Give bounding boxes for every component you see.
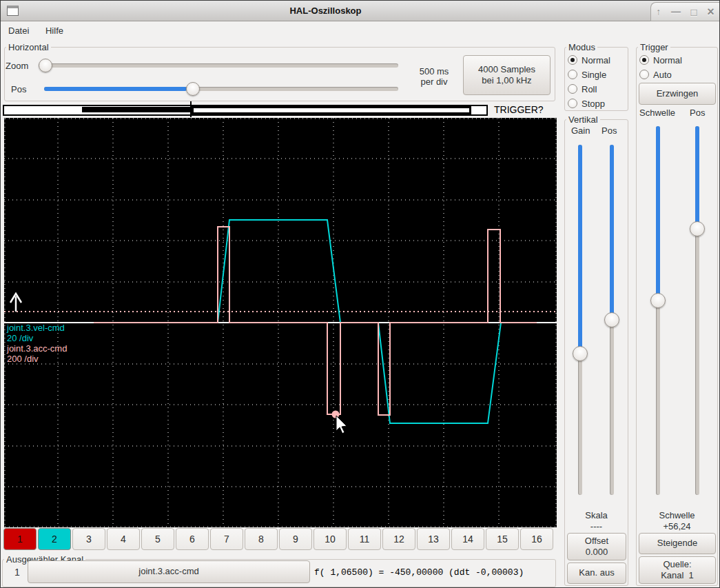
- modus-option-single[interactable]: Single: [568, 68, 628, 81]
- channel-button-5[interactable]: 5: [141, 528, 174, 550]
- radio-icon: [639, 70, 649, 79]
- zoom-slider[interactable]: [39, 59, 398, 72]
- channel-button-10[interactable]: 10: [313, 528, 347, 550]
- skala-label: Skala: [566, 510, 627, 520]
- offset-button[interactable]: Offset 0.000: [567, 533, 626, 560]
- schwelle-label: Schwelle: [639, 108, 675, 118]
- trace-acc-cmd: [94, 227, 537, 415]
- channel-button-8[interactable]: 8: [245, 528, 278, 550]
- radio-icon: [639, 55, 649, 65]
- cursor-readout: f( 1,06500) = -450,00000 (ddt -0,00003): [314, 567, 524, 578]
- title-bar[interactable]: HAL-Oszilloskop ↑ — □ ×: [1, 1, 719, 21]
- gain-label: Gain: [571, 125, 590, 136]
- trigger-source-button[interactable]: Quelle: Kanal 1: [639, 556, 716, 584]
- hpos-slider-fill: [44, 87, 187, 91]
- trigger-pos-slider-handle[interactable]: [690, 221, 705, 236]
- pos-label: Pos: [11, 84, 26, 94]
- hpos-slider[interactable]: [44, 82, 398, 96]
- close-icon[interactable]: ×: [707, 6, 714, 18]
- radio-icon: [568, 70, 577, 79]
- trigger-panel: Trigger NormalAuto: [636, 42, 718, 586]
- gain-slider[interactable]: [573, 145, 587, 495]
- channel-readout-line: 20 /div: [7, 333, 67, 343]
- channel-button-9[interactable]: 9: [279, 528, 312, 550]
- modus-option-normal[interactable]: Normal: [568, 53, 628, 67]
- tpos-label: Pos: [690, 108, 705, 118]
- trigger-legend: Trigger: [638, 42, 670, 52]
- modus-option-roll[interactable]: Roll: [568, 82, 628, 96]
- record-bar-filled: [82, 107, 192, 112]
- modus-legend: Modus: [566, 42, 597, 52]
- maximize-icon[interactable]: □: [690, 7, 697, 17]
- channel-row: 12345678910111213141516: [3, 528, 556, 550]
- gain-slider-handle[interactable]: [573, 346, 588, 361]
- trace-vel-cmd: [94, 220, 537, 423]
- menu-hilfe[interactable]: Hilfe: [39, 22, 70, 39]
- skala-value: ----: [566, 521, 627, 531]
- horizontal-legend: Horizontal: [6, 42, 51, 52]
- scope-display[interactable]: joint.3.vel-cmd20 /divjoint.3.acc-cmd200…: [4, 118, 557, 527]
- rate-per-div: 500 ms per div: [411, 66, 457, 87]
- trigger-status-label: TRIGGER?: [494, 104, 553, 115]
- scope-channel-readout: joint.3.vel-cmd20 /divjoint.3.acc-cmd200…: [7, 323, 67, 364]
- channel-readout-line: 200 /div: [7, 354, 67, 364]
- trigger-pos-slider[interactable]: [690, 126, 704, 495]
- channel-button-14[interactable]: 14: [451, 528, 484, 550]
- modus-option-stopp[interactable]: Stopp: [568, 97, 628, 110]
- selected-channel-number: 1: [14, 567, 20, 578]
- pin-name-button[interactable]: joint.3.acc-cmd: [28, 560, 310, 583]
- channel-button-16[interactable]: 16: [520, 528, 553, 550]
- trigger-option-normal[interactable]: Normal: [639, 53, 717, 67]
- vpos-label: Pos: [601, 125, 617, 136]
- menu-bar: Datei Hilfe: [1, 22, 719, 40]
- shade-icon[interactable]: ↑: [656, 7, 661, 17]
- menu-datei[interactable]: Datei: [2, 22, 35, 39]
- channel-button-11[interactable]: 11: [348, 528, 381, 550]
- channel-off-button[interactable]: Kan. aus: [567, 562, 626, 584]
- channel-button-2[interactable]: 2: [38, 528, 71, 550]
- position-arrow-icon: [10, 294, 21, 312]
- channel-button-4[interactable]: 4: [107, 528, 140, 550]
- channel-button-12[interactable]: 12: [382, 528, 415, 550]
- trigger-edge-button[interactable]: Steigende: [639, 533, 716, 554]
- zoom-label: Zoom: [6, 61, 28, 71]
- channel-button-13[interactable]: 13: [417, 528, 450, 550]
- channel-readout-line: joint.3.vel-cmd: [7, 323, 67, 333]
- record-position-marker: [190, 101, 192, 117]
- channel-button-3[interactable]: 3: [72, 528, 105, 550]
- vertikal-legend: Vertikal: [566, 114, 600, 125]
- hpos-slider-handle[interactable]: [186, 82, 200, 96]
- selected-sample-marker: [332, 411, 340, 418]
- trigger-option-auto[interactable]: Auto: [639, 68, 717, 81]
- modus-panel: Modus NormalSingleRollStopp: [564, 42, 628, 111]
- vertical-pos-slider[interactable]: [605, 145, 619, 495]
- window-controls: ↑ — □ ×: [650, 2, 719, 21]
- channel-readout-line: joint.3.acc-cmd: [7, 343, 67, 354]
- channel-button-7[interactable]: 7: [210, 528, 243, 550]
- window-title: HAL-Oszilloskop: [1, 6, 650, 16]
- trigger-level-slider-handle[interactable]: [650, 293, 666, 308]
- mouse-cursor-icon: [336, 416, 347, 434]
- radio-icon: [568, 84, 577, 94]
- samples-button[interactable]: 4000 Samples bei 1,00 kHz: [463, 55, 551, 95]
- trigger-level-caption: Schwelle: [637, 510, 717, 520]
- radio-icon: [568, 55, 577, 65]
- channel-button-1[interactable]: 1: [3, 528, 37, 550]
- vertical-pos-slider-handle[interactable]: [604, 312, 619, 327]
- trigger-level-value: +56,24: [637, 521, 717, 531]
- force-trigger-button[interactable]: Erzwingen: [639, 83, 716, 105]
- minimize-icon[interactable]: —: [671, 7, 681, 17]
- channel-button-6[interactable]: 6: [176, 528, 209, 550]
- zoom-slider-track[interactable]: [39, 63, 398, 68]
- zoom-slider-handle[interactable]: [39, 59, 52, 72]
- app-window: HAL-Oszilloskop ↑ — □ × Datei Hilfe Hori…: [0, 0, 720, 588]
- radio-icon: [568, 99, 577, 108]
- trigger-level-slider[interactable]: [651, 126, 665, 495]
- channel-button-15[interactable]: 15: [486, 528, 519, 550]
- record-bar-window: [192, 106, 471, 114]
- scope-canvas[interactable]: [4, 118, 557, 527]
